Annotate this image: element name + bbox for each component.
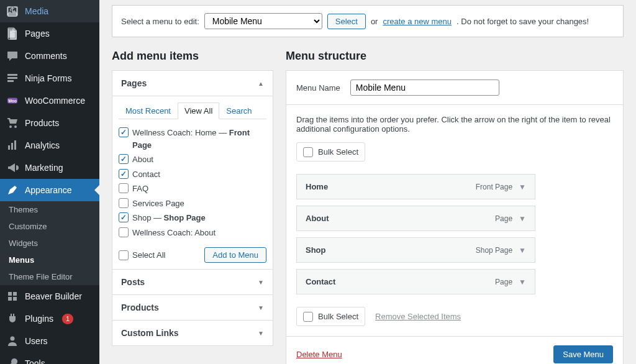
sidebar-item-comments[interactable]: Comments [0, 45, 99, 67]
sidebar-label: Users [25, 336, 48, 346]
woo-icon: Woo [6, 94, 19, 107]
select-label: Select a menu to edit: [121, 17, 199, 26]
page-check-row[interactable]: Services Page [119, 196, 266, 211]
main-content: Select a menu to edit: Mobile Menu Selec… [99, 0, 636, 364]
suffix-text: . Do not forget to save your changes! [457, 17, 589, 26]
or-text: or [371, 17, 378, 26]
page-check-row[interactable]: Contact [119, 167, 266, 182]
products-icon [6, 117, 19, 129]
acc-posts-header[interactable]: Posts ▼ [112, 270, 273, 294]
sidebar-item-analytics[interactable]: Analytics [0, 134, 99, 157]
users-icon [6, 335, 19, 347]
sidebar-label: Marketing [25, 163, 63, 173]
sidebar-item-beaver[interactable]: Beaver Builder [0, 285, 99, 307]
sidebar-item-products[interactable]: Products [0, 112, 99, 134]
menu-name-input[interactable] [350, 80, 499, 96]
menu-name-label: Menu Name [296, 83, 340, 93]
tab-search[interactable]: Search [219, 102, 258, 119]
caret-down-icon: ▼ [258, 304, 264, 311]
checkbox-icon[interactable] [303, 312, 313, 322]
caret-down-icon[interactable]: ▼ [519, 278, 526, 286]
select-all-label[interactable]: Select All [119, 250, 165, 260]
sidebar-item-appearance[interactable]: Appearance [0, 179, 99, 201]
sub-themes[interactable]: Themes [0, 201, 99, 218]
appearance-icon [6, 184, 19, 196]
sub-menus[interactable]: Menus [0, 252, 99, 268]
menu-item-row[interactable]: About Page▼ [296, 206, 535, 231]
comments-icon [6, 50, 19, 62]
forms-icon [6, 72, 19, 84]
checkbox-icon[interactable] [119, 198, 129, 208]
checkbox-icon[interactable] [119, 169, 129, 179]
add-items-accordion: Pages ▲ Most Recent View All Search Well… [112, 70, 273, 346]
checkbox-icon[interactable] [119, 227, 129, 237]
checkbox-icon[interactable] [119, 183, 129, 193]
acc-custom-links-header[interactable]: Custom Links ▼ [112, 321, 273, 345]
tab-most-recent[interactable]: Most Recent [119, 102, 178, 119]
sidebar-item-media[interactable]: Media [0, 0, 99, 22]
checkbox-icon[interactable] [119, 250, 129, 260]
menu-item-row[interactable]: Shop Shop Page▼ [296, 237, 535, 263]
page-check-row[interactable]: About [119, 152, 266, 167]
remove-selected-link: Remove Selected Items [375, 312, 461, 321]
caret-down-icon[interactable]: ▼ [519, 214, 526, 223]
page-check-row[interactable]: FAQ [119, 181, 266, 196]
sub-customize[interactable]: Customize [0, 218, 99, 235]
sidebar-item-plugins[interactable]: Plugins 1 [0, 307, 99, 330]
acc-products-header[interactable]: Products ▼ [112, 295, 273, 320]
menu-select-box: Select a menu to edit: Mobile Menu Selec… [112, 5, 624, 37]
bulk-select-top[interactable]: Bulk Select [296, 142, 365, 162]
sub-theme-file-editor[interactable]: Theme File Editor [0, 268, 99, 285]
create-new-menu-link[interactable]: create a new menu [383, 17, 452, 26]
checkbox-icon[interactable] [303, 147, 313, 157]
menu-item-row[interactable]: Contact Page▼ [296, 269, 535, 294]
acc-pages-header[interactable]: Pages ▲ [112, 71, 273, 96]
sidebar-label: Comments [25, 51, 67, 61]
checkbox-icon[interactable] [119, 154, 129, 164]
svg-point-1 [10, 9, 12, 11]
sub-widgets[interactable]: Widgets [0, 235, 99, 252]
svg-rect-13 [13, 292, 17, 296]
beaver-icon [6, 290, 19, 303]
caret-down-icon[interactable]: ▼ [519, 183, 526, 191]
caret-down-icon[interactable]: ▼ [519, 246, 526, 255]
save-menu-button[interactable]: Save Menu [553, 345, 613, 363]
svg-text:Woo: Woo [8, 99, 17, 103]
delete-menu-link[interactable]: Delete Menu [296, 350, 342, 359]
sidebar-item-ninja-forms[interactable]: Ninja Forms [0, 67, 99, 89]
sidebar-item-pages[interactable]: Pages [0, 22, 99, 45]
add-to-menu-button[interactable]: Add to Menu [204, 247, 266, 263]
pages-checklist: Wellness Coach: Home — Front Page About … [119, 125, 266, 240]
svg-rect-6 [7, 80, 14, 82]
sidebar-label: Products [25, 118, 59, 128]
sidebar-label: Appearance [25, 185, 72, 195]
sidebar-item-tools[interactable]: Tools [0, 352, 99, 364]
menu-structure-title: Menu structure [286, 50, 624, 63]
caret-up-icon: ▲ [258, 80, 264, 87]
page-check-row[interactable]: Wellness Coach: Home — Front Page [119, 125, 266, 152]
admin-sidebar: Media Pages Comments Ninja Forms Woo Woo… [0, 0, 99, 364]
svg-rect-14 [8, 297, 12, 301]
caret-down-icon: ▼ [258, 330, 264, 337]
page-check-row[interactable]: Shop — Shop Page [119, 211, 266, 225]
sidebar-label: Beaver Builder [25, 291, 82, 301]
sidebar-item-woocommerce[interactable]: Woo WooCommerce [0, 89, 99, 112]
page-check-row[interactable]: Wellness Coach: About [119, 225, 266, 240]
caret-down-icon: ▼ [258, 279, 264, 286]
plugin-badge: 1 [62, 314, 73, 324]
instructions-text: Drag the items into the order you prefer… [296, 115, 613, 134]
svg-point-16 [11, 337, 15, 341]
checkbox-icon[interactable] [119, 127, 129, 137]
select-button[interactable]: Select [327, 14, 366, 29]
sidebar-item-marketing[interactable]: Marketing [0, 157, 99, 179]
menu-item-row[interactable]: Home Front Page▼ [296, 174, 535, 199]
tab-view-all[interactable]: View All [178, 102, 219, 119]
sidebar-label: Ninja Forms [25, 73, 71, 83]
svg-rect-4 [7, 74, 17, 76]
menu-select[interactable]: Mobile Menu [204, 13, 322, 29]
bulk-select-bottom[interactable]: Bulk Select [296, 307, 365, 326]
sidebar-item-users[interactable]: Users [0, 330, 99, 352]
checkbox-icon[interactable] [119, 212, 129, 222]
pages-tabs: Most Recent View All Search [119, 102, 266, 119]
svg-rect-11 [14, 140, 16, 150]
